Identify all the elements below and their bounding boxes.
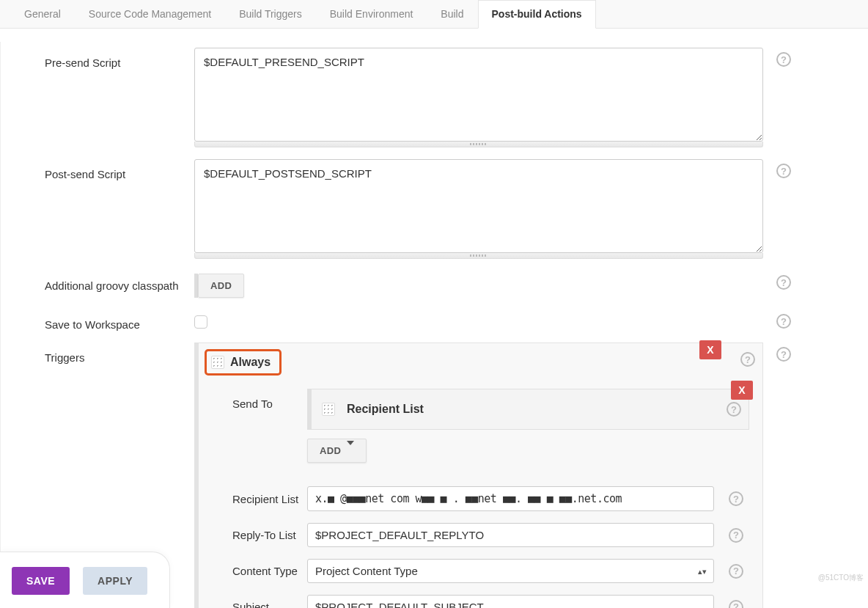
row-save-workspace: Save to Workspace ? [4, 304, 868, 337]
input-postsend-script[interactable]: $DEFAULT_POSTSEND_SCRIPT [194, 159, 763, 253]
remove-trigger-button[interactable]: X [699, 340, 721, 359]
help-icon[interactable]: ? [727, 402, 741, 417]
label-recipient-list: Recipient List [212, 493, 307, 505]
drag-handle-icon[interactable] [211, 356, 224, 369]
label-save-workspace: Save to Workspace [4, 310, 194, 331]
help-icon[interactable]: ? [776, 164, 791, 178]
row-reply-to: Reply-To List ? [199, 517, 762, 553]
help-icon[interactable]: ? [776, 347, 791, 362]
add-label: ADD [320, 445, 341, 456]
tab-general[interactable]: General [10, 0, 75, 28]
help-icon[interactable]: ? [729, 528, 743, 543]
help-icon[interactable]: ? [740, 352, 755, 367]
input-presend-script[interactable]: $DEFAULT_PRESEND_SCRIPT [194, 48, 763, 142]
label-reply-to: Reply-To List [212, 529, 307, 541]
tab-post-build-actions[interactable]: Post-build Actions [478, 0, 596, 29]
row-presend-script: Pre-send Script $DEFAULT_PRESEND_SCRIPT … [4, 42, 868, 153]
label-content-type: Content Type [212, 565, 307, 577]
footer-actions: SAVE APPLY [0, 552, 170, 608]
help-icon[interactable]: ? [776, 314, 791, 329]
apply-button[interactable]: APPLY [83, 567, 147, 595]
help-icon[interactable]: ? [729, 491, 743, 506]
trigger-header-always[interactable]: Always [205, 349, 282, 376]
row-subject: Subject ? [199, 589, 762, 608]
resize-handle[interactable] [194, 253, 763, 259]
input-recipient-list[interactable] [307, 486, 714, 511]
label-presend-script: Pre-send Script [4, 48, 194, 69]
label-triggers: Triggers [4, 343, 194, 364]
recipient-list-title: Recipient List [347, 403, 424, 416]
help-icon[interactable]: ? [776, 275, 791, 290]
chevron-down-icon [347, 441, 354, 456]
select-content-type[interactable]: Project Content Type [307, 559, 714, 583]
add-groovy-classpath-button[interactable]: ADD [198, 274, 244, 298]
input-reply-to[interactable] [307, 523, 714, 547]
label-postsend-script: Post-send Script [4, 159, 194, 180]
checkbox-save-workspace[interactable] [194, 315, 207, 329]
drag-handle-icon[interactable] [322, 403, 335, 416]
help-icon[interactable]: ? [776, 52, 791, 67]
trigger-title: Always [230, 356, 271, 369]
row-postsend-script: Post-send Script $DEFAULT_POSTSEND_SCRIP… [4, 153, 868, 265]
trigger-block-always: X ? Always Send To Recipient List X ? [194, 343, 763, 608]
help-icon[interactable]: ? [729, 600, 743, 609]
tab-build-triggers[interactable]: Build Triggers [225, 0, 316, 28]
watermark: @51CTO博客 [818, 573, 864, 583]
label-send-to: Send To [212, 389, 307, 463]
row-content-type: Content Type Project Content Type ▴▾ ? [199, 553, 762, 589]
row-groovy-classpath: Additional groovy classpath ADD ? [4, 265, 868, 304]
input-subject[interactable] [307, 595, 714, 608]
tab-build[interactable]: Build [427, 0, 477, 28]
save-button[interactable]: SAVE [12, 567, 70, 595]
remove-recipient-button[interactable]: X [731, 381, 753, 400]
help-icon[interactable]: ? [729, 564, 743, 579]
config-tabs: General Source Code Management Build Tri… [0, 0, 868, 29]
tab-scm[interactable]: Source Code Management [75, 0, 225, 28]
post-build-form: Pre-send Script $DEFAULT_PRESEND_SCRIPT … [0, 42, 868, 608]
label-groovy-classpath: Additional groovy classpath [4, 271, 194, 292]
sendto-recipient-list-box: Recipient List X ? [307, 389, 749, 430]
resize-handle[interactable] [194, 142, 763, 147]
label-subject: Subject [212, 601, 307, 608]
row-send-to: Send To Recipient List X ? ADD [199, 384, 762, 467]
add-sendto-button[interactable]: ADD [307, 439, 367, 463]
tab-build-environment[interactable]: Build Environment [316, 0, 427, 28]
row-recipient-list: Recipient List ? [199, 480, 762, 517]
